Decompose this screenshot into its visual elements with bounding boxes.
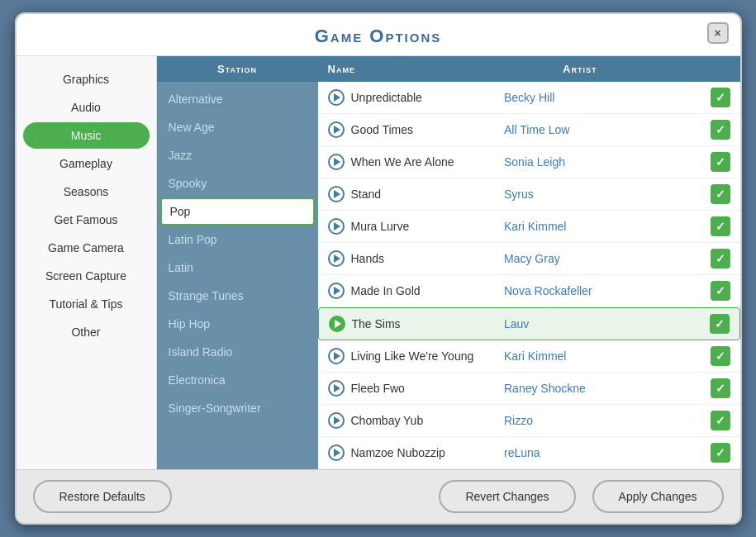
play-icon[interactable]	[328, 283, 345, 299]
track-name-text: Mura Lurve	[351, 220, 410, 233]
play-icon[interactable]	[328, 154, 345, 170]
track-checkbox[interactable]	[711, 120, 730, 140]
play-icon[interactable]	[328, 380, 345, 397]
nav-item-seasons[interactable]: Seasons	[23, 178, 150, 205]
station-item-spooky[interactable]: Spooky	[157, 169, 318, 197]
track-artist: Kari Kimmel	[504, 349, 681, 363]
track-name-text: The Sims	[352, 317, 401, 330]
track-list-header: Name Artist	[318, 56, 740, 82]
station-header: Station	[157, 56, 318, 82]
track-checkbox[interactable]	[711, 346, 730, 366]
track-artist: Rizzo	[504, 414, 681, 427]
play-icon[interactable]	[329, 316, 345, 332]
track-name: Mura Lurve	[328, 218, 505, 235]
track-row[interactable]: HandsMacy Gray	[318, 243, 740, 275]
play-icon[interactable]	[328, 348, 345, 364]
station-item-new-age[interactable]: New Age	[157, 113, 318, 141]
track-artist: Macy Gray	[504, 252, 681, 265]
track-artist: Lauv	[504, 317, 680, 330]
track-row[interactable]: Living Like We're YoungKari Kimmel	[318, 340, 740, 373]
track-name-text: Unpredictable	[351, 91, 422, 104]
track-list: UnpredictableBecky HillGood TimesAll Tim…	[318, 82, 740, 469]
track-row[interactable]: UnpredictableBecky Hill	[318, 82, 740, 114]
track-artist: All Time Low	[504, 123, 681, 136]
close-button[interactable]: ×	[707, 22, 729, 44]
left-nav: GraphicsAudioMusicGameplaySeasonsGet Fam…	[17, 56, 157, 469]
play-icon[interactable]	[328, 218, 345, 235]
track-name-text: Hands	[351, 252, 384, 265]
track-row[interactable]: Fleeb FwoRaney Shockne	[318, 373, 740, 405]
track-artist: Sonia Leigh	[504, 155, 681, 169]
track-name-text: Namzoe Nubozzip	[351, 446, 445, 459]
track-row[interactable]: Chombay YubRizzo	[318, 405, 740, 437]
station-item-singer-songwriter[interactable]: Singer-Songwriter	[157, 394, 318, 422]
track-artist: Nova Rockafeller	[504, 284, 681, 297]
nav-item-other[interactable]: Other	[23, 319, 150, 345]
restore-defaults-button[interactable]: Restore Defaults	[33, 480, 172, 513]
revert-changes-button[interactable]: Revert Changes	[439, 480, 575, 513]
station-item-pop[interactable]: Pop	[160, 197, 315, 226]
track-checkbox[interactable]	[711, 378, 730, 398]
play-icon[interactable]	[328, 250, 345, 267]
track-artist: Syrus	[504, 188, 681, 201]
track-row[interactable]: StandSyrus	[318, 178, 740, 211]
track-row[interactable]: Namzoe NubozzipreLuna	[318, 437, 740, 469]
play-icon[interactable]	[328, 121, 345, 138]
station-item-strange-tunes[interactable]: Strange Tunes	[157, 282, 318, 310]
artist-column-header: Artist	[496, 63, 664, 75]
check-column-header	[664, 63, 730, 75]
station-item-jazz[interactable]: Jazz	[157, 141, 318, 169]
track-name: The Sims	[329, 316, 505, 332]
track-checkbox[interactable]	[711, 411, 730, 430]
track-name: Living Like We're Young	[328, 348, 505, 364]
track-name: Namzoe Nubozzip	[328, 444, 505, 461]
track-row[interactable]: Good TimesAll Time Low	[318, 114, 740, 146]
station-list: AlternativeNew AgeJazzSpookyPopLatin Pop…	[157, 82, 318, 469]
play-icon[interactable]	[328, 186, 345, 202]
track-checkbox[interactable]	[711, 152, 730, 172]
track-checkbox[interactable]	[711, 88, 730, 107]
nav-item-music[interactable]: Music	[23, 122, 150, 149]
nav-item-tutorial-and-tips[interactable]: Tutorial & Tips	[23, 291, 150, 317]
track-row[interactable]: Made In GoldNova Rockafeller	[318, 275, 740, 307]
station-item-latin-pop[interactable]: Latin Pop	[157, 226, 318, 254]
track-artist: Becky Hill	[504, 91, 681, 104]
station-panel: Station AlternativeNew AgeJazzSpookyPopL…	[157, 56, 318, 469]
track-name: Fleeb Fwo	[328, 380, 505, 397]
track-name: Hands	[328, 250, 505, 267]
track-checkbox[interactable]	[711, 249, 730, 268]
game-options-modal: Game Options × GraphicsAudioMusicGamepla…	[15, 12, 742, 525]
station-item-hip-hop[interactable]: Hip Hop	[157, 310, 318, 338]
track-name-text: Stand	[351, 188, 382, 201]
nav-item-gameplay[interactable]: Gameplay	[23, 150, 150, 177]
track-row[interactable]: When We Are AloneSonia Leigh	[318, 146, 740, 178]
station-item-latin[interactable]: Latin	[157, 254, 318, 282]
track-checkbox[interactable]	[711, 184, 730, 204]
track-name-text: Good Times	[351, 123, 413, 136]
track-checkbox[interactable]	[711, 443, 730, 463]
nav-item-game-camera[interactable]: Game Camera	[23, 235, 150, 261]
track-name-text: When We Are Alone	[351, 155, 454, 169]
station-item-electronica[interactable]: Electronica	[157, 366, 318, 394]
track-checkbox[interactable]	[711, 281, 730, 301]
name-column-header: Name	[328, 63, 497, 75]
track-checkbox[interactable]	[711, 216, 730, 236]
track-checkbox[interactable]	[710, 314, 730, 334]
nav-item-audio[interactable]: Audio	[23, 94, 150, 121]
track-row[interactable]: Mura LurveKari Kimmel	[318, 211, 740, 243]
modal-header: Game Options ×	[17, 14, 740, 56]
track-name: Made In Gold	[328, 283, 505, 299]
content-panel: Name Artist UnpredictableBecky HillGood …	[318, 56, 740, 469]
apply-changes-button[interactable]: Apply Changes	[592, 480, 724, 513]
play-icon[interactable]	[328, 89, 345, 106]
play-icon[interactable]	[328, 444, 345, 461]
station-item-alternative[interactable]: Alternative	[157, 85, 318, 113]
nav-item-get-famous[interactable]: Get Famous	[23, 207, 150, 233]
track-row[interactable]: The SimsLauv	[318, 307, 740, 340]
track-name-text: Living Like We're Young	[351, 349, 474, 363]
nav-item-screen-capture[interactable]: Screen Capture	[23, 263, 150, 289]
nav-item-graphics[interactable]: Graphics	[23, 66, 150, 93]
station-item-island-radio[interactable]: Island Radio	[157, 338, 318, 366]
modal-title: Game Options	[315, 26, 442, 46]
play-icon[interactable]	[328, 412, 345, 429]
